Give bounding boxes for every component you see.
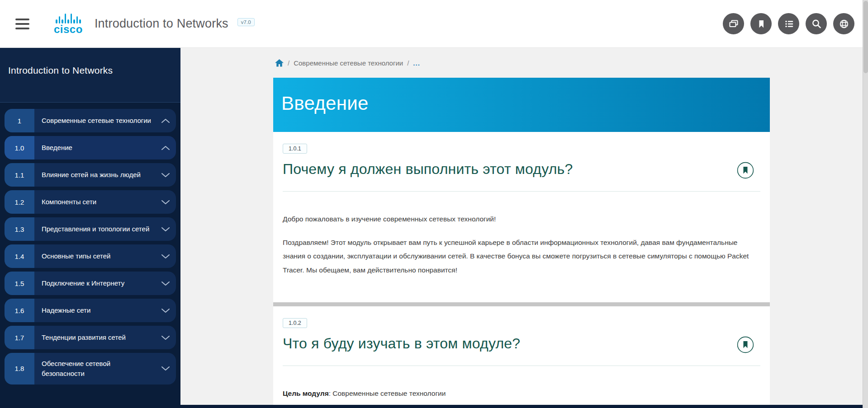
cisco-logo-bars [56,13,81,23]
section-bookmark-icon[interactable] [737,162,754,179]
breadcrumb-separator: / [288,59,289,67]
sidebar-header: Introduction to Networks [0,48,180,103]
chevron-down-icon[interactable] [155,326,176,349]
list-icon[interactable] [778,13,799,34]
sidebar-item-1.4[interactable]: 1.4Основные типы сетей [5,244,176,268]
breadcrumb: / Современные сетевые технологии / ... [275,58,770,68]
sidebar-item-number: 1.4 [5,244,34,268]
chevron-up-icon[interactable] [155,136,176,159]
globe-icon[interactable] [833,13,854,34]
search-icon[interactable] [806,13,827,34]
chevron-up-icon[interactable] [155,109,176,132]
header-toolbar [723,13,854,34]
content-card: Введение 1.0.1Почему я должен выполнить … [273,78,770,408]
section-badge: 1.0.1 [283,144,307,154]
chevron-down-icon[interactable] [155,244,176,268]
pages-icon[interactable] [723,13,744,34]
sidebar-item-number: 1.3 [5,217,34,241]
sidebar-item-1.8[interactable]: 1.8Обеспечение сетевой безопасности [5,353,176,385]
content-section-1.0.1: 1.0.1Почему я должен выполнить этот моду… [273,132,770,302]
sidebar: Introduction to Networks 1Современные се… [0,48,180,408]
sidebar-item-label: Представления и топологии сетей [34,217,155,241]
chevron-down-icon[interactable] [155,163,176,187]
banner-title: Введение [281,93,369,114]
sidebar-item-label: Влияние сетей на жизнь людей [34,163,155,187]
main-area: / Современные сетевые технологии / ... В… [180,48,868,408]
paragraph: Добро пожаловать в изучение современных … [283,212,760,226]
sidebar-item-number: 1.1 [5,163,34,187]
sidebar-item-label: Компоненты сети [34,190,155,214]
paragraph: Поздравляем! Этот модуль открывает вам п… [283,236,760,277]
breadcrumb-ellipsis[interactable]: ... [413,59,420,67]
version-badge: v7.0 [237,18,255,26]
breadcrumb-module[interactable]: Современные сетевые технологии [294,59,403,67]
sidebar-item-number: 1.6 [5,299,34,322]
sidebar-item-1[interactable]: 1Современные сетевые технологии [5,109,176,132]
sidebar-item-label: Надежные сети [34,299,155,322]
section-title: Почему я должен выполнить этот модуль? [283,161,573,178]
chevron-down-icon[interactable] [155,217,176,241]
sidebar-item-label: Подключение к Интернету [34,272,155,295]
course-title: Introduction to Networks [95,17,228,31]
sidebar-item-label: Тенденции развития сетей [34,326,155,349]
home-icon[interactable] [275,59,284,67]
paragraph: Цель модуля: Современные сетевые техноло… [283,387,760,400]
module-banner: Введение [273,78,770,132]
scrollbar-thumb[interactable] [863,1,868,73]
sidebar-item-number: 1 [5,109,34,132]
sidebar-item-1.6[interactable]: 1.6Надежные сети [5,299,176,322]
section-badge: 1.0.2 [283,318,307,328]
chevron-down-icon[interactable] [155,299,176,322]
bookmark-icon[interactable] [750,13,772,34]
sidebar-item-1.0[interactable]: 1.0Введение [5,136,176,159]
chevron-down-icon[interactable] [155,272,176,295]
section-body: Добро пожаловать в изучение современных … [283,212,760,277]
module-nav: 1Современные сетевые технологии1.0Введен… [0,103,180,408]
breadcrumb-separator: / [407,59,409,67]
sidebar-item-label: Основные типы сетей [34,244,155,268]
vertical-scrollbar[interactable] [863,0,868,408]
sidebar-item-number: 1.5 [5,272,34,295]
sidebar-item-1.7[interactable]: 1.7Тенденции развития сетей [5,326,176,349]
sidebar-item-number: 1.7 [5,326,34,349]
sidebar-title: Introduction to Networks [8,65,172,76]
sidebar-item-label: Современные сетевые технологии [34,109,155,132]
sidebar-item-1.3[interactable]: 1.3Представления и топологии сетей [5,217,176,241]
app-window: cisco Introduction to Networks v7.0 [0,0,868,408]
chevron-down-icon[interactable] [155,353,176,385]
sidebar-item-label: Введение [34,136,155,159]
sidebar-item-number: 1.8 [5,353,34,385]
sidebar-item-1.5[interactable]: 1.5Подключение к Интернету [5,272,176,295]
cisco-logo-text: cisco [54,24,83,35]
sidebar-item-number: 1.2 [5,190,34,214]
section-bookmark-icon[interactable] [737,336,754,353]
chevron-down-icon[interactable] [155,190,176,214]
section-divider [273,302,770,306]
section-body: Цель модуля: Современные сетевые техноло… [283,387,760,400]
sidebar-item-1.1[interactable]: 1.1Влияние сетей на жизнь людей [5,163,176,187]
menu-icon[interactable] [14,17,31,31]
cisco-logo: cisco [54,13,83,35]
sidebar-item-number: 1.0 [5,136,34,159]
sidebar-item-1.2[interactable]: 1.2Компоненты сети [5,190,176,214]
sidebar-item-label: Обеспечение сетевой безопасности [34,353,155,385]
section-title: Что я буду изучать в этом модуле? [283,335,520,352]
app-header: cisco Introduction to Networks v7.0 [0,0,868,48]
content-section-1.0.2: 1.0.2Что я буду изучать в этом модуле?Це… [273,306,770,408]
bottom-bar [0,405,868,408]
